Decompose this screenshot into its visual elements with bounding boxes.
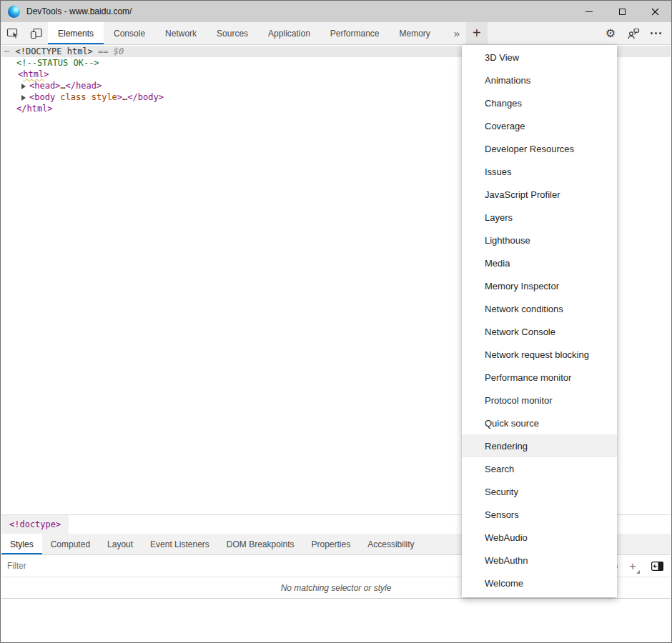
menu-item-security[interactable]: Security (462, 480, 617, 503)
menu-item-rendering[interactable]: Rendering (462, 434, 617, 457)
menu-item-changes[interactable]: Changes (462, 91, 617, 114)
tab-elements[interactable]: Elements (48, 22, 104, 44)
tab-elements-label: Elements (58, 29, 94, 39)
inspect-cursor-icon (6, 27, 19, 39)
tab-accessibility[interactable]: Accessibility (359, 534, 423, 554)
more-tools-button[interactable]: + (466, 22, 488, 44)
menu-item-lighthouse[interactable]: Lighthouse (462, 229, 617, 251)
window-title: DevTools - www.baidu.com/ (26, 6, 132, 16)
device-toolbar-icon (30, 27, 43, 39)
menu-item-developer-resources[interactable]: Developer Resources (462, 137, 617, 160)
body-attr-style: style (92, 92, 117, 102)
menu-item-network-conditions[interactable]: Network conditions (462, 297, 617, 320)
devtools-toolbar: Elements Console Network Sources Applica… (1, 22, 671, 45)
settings-button[interactable]: ⚙ (606, 27, 616, 40)
tab-sources[interactable]: Sources (207, 22, 258, 44)
breadcrumb-item-doctype[interactable]: <!doctype> (1, 515, 69, 534)
empty-message-text: No matching selector or style (281, 583, 392, 593)
menu-item-webaudio[interactable]: WebAudio (462, 526, 617, 549)
body-open-tag: <body (29, 92, 60, 102)
menu-item-javascript-profiler[interactable]: JavaScript Profiler (462, 183, 617, 206)
tab-accessibility-label: Accessibility (367, 539, 414, 549)
head-close-tag: </head> (66, 81, 102, 91)
menu-item-quick-source[interactable]: Quick source (462, 412, 617, 434)
toggle-sidebar-icon[interactable] (651, 562, 663, 571)
gear-icon: ⚙ (606, 26, 616, 40)
body-open-bracket-end: > (117, 92, 122, 102)
device-emulation-button[interactable] (24, 22, 48, 44)
expand-triangle-icon[interactable] (21, 84, 26, 89)
menu-item-memory-inspector[interactable]: Memory Inspector (462, 274, 617, 297)
menu-item-network-console[interactable]: Network Console (462, 320, 617, 343)
plus-icon: + (629, 559, 636, 573)
new-style-rule-button[interactable]: + (629, 560, 640, 572)
tab-properties[interactable]: Properties (303, 534, 360, 554)
close-icon (651, 8, 659, 16)
head-ellipsis: … (60, 81, 65, 91)
tab-memory[interactable]: Memory (390, 22, 440, 44)
comment-text: <!--STATUS OK--> (16, 58, 99, 68)
doctype-text: <!DOCTYPE html> (15, 46, 92, 56)
feedback-icon (626, 28, 640, 39)
toolbar-right-icons: ⚙ (606, 22, 671, 44)
menu-item-webauthn[interactable]: WebAuthn (462, 549, 617, 572)
html-tag-name: html (23, 69, 44, 79)
tab-memory-label: Memory (400, 29, 430, 39)
tab-layout[interactable]: Layout (99, 534, 142, 554)
styles-filter-input[interactable] (7, 561, 222, 571)
edge-logo-icon (8, 6, 20, 18)
more-tabs-button[interactable]: » (448, 22, 466, 44)
menu-item-sensors[interactable]: Sensors (462, 503, 617, 526)
tab-event-listeners-label: Event Listeners (150, 539, 209, 549)
body-close-tag: </body> (127, 92, 164, 102)
menu-item-performance-monitor[interactable]: Performance monitor (462, 366, 617, 389)
menu-item-network-request-blocking[interactable]: Network request blocking (462, 343, 617, 366)
expand-triangle-icon[interactable] (21, 95, 26, 101)
tab-performance[interactable]: Performance (320, 22, 390, 44)
tab-styles[interactable]: Styles (1, 534, 42, 554)
menu-item-animations[interactable]: Animations (462, 69, 617, 91)
plus-icon: + (473, 25, 481, 41)
menu-item-layers[interactable]: Layers (462, 206, 617, 229)
menu-item-3d-view[interactable]: 3D View (462, 46, 617, 69)
tab-computed[interactable]: Computed (42, 534, 99, 554)
menu-item-media[interactable]: Media (462, 251, 617, 274)
close-button[interactable] (638, 1, 671, 22)
feedback-button[interactable] (626, 28, 640, 39)
tab-dom-breakpoints-label: DOM Breakpoints (227, 539, 295, 549)
menu-item-welcome[interactable]: Welcome (462, 572, 617, 594)
inspect-element-button[interactable] (1, 22, 24, 44)
double-chevron-icon: » (454, 27, 460, 39)
tab-application[interactable]: Application (258, 22, 320, 44)
maximize-button[interactable] (606, 1, 638, 22)
attr-space (86, 92, 91, 102)
menu-item-protocol-monitor[interactable]: Protocol monitor (462, 389, 617, 412)
styles-pane-body (1, 599, 671, 642)
html-close-bracket: > (44, 69, 49, 79)
body-attr-class: class (60, 92, 86, 102)
tab-event-listeners[interactable]: Event Listeners (142, 534, 218, 554)
tab-layout-label: Layout (107, 539, 133, 549)
selector-ref: == $0 (98, 46, 124, 56)
minimize-icon (585, 11, 593, 12)
tab-network-label: Network (165, 29, 197, 39)
customize-menu-button[interactable] (651, 32, 661, 34)
minimize-button[interactable] (573, 1, 606, 22)
styles-filter-controls: s + (613, 560, 663, 572)
devtools-window: DevTools - www.baidu.com/ Elements (0, 0, 672, 643)
tab-network[interactable]: Network (155, 22, 207, 44)
tab-console[interactable]: Console (104, 22, 155, 44)
menu-item-coverage[interactable]: Coverage (462, 114, 617, 137)
tab-properties-label: Properties (312, 539, 351, 549)
tab-performance-label: Performance (330, 29, 380, 39)
menu-item-search[interactable]: Search (462, 457, 617, 480)
node-menu-dots-icon[interactable]: ⋯ (4, 46, 10, 56)
tab-console-label: Console (114, 29, 145, 39)
html-close-tag: </html> (16, 104, 53, 114)
three-dots-icon (651, 32, 661, 34)
head-open-tag: <head> (29, 81, 60, 91)
tab-dom-breakpoints[interactable]: DOM Breakpoints (218, 534, 303, 554)
tab-sources-label: Sources (217, 29, 248, 39)
menu-item-issues[interactable]: Issues (462, 160, 617, 183)
more-tools-menu: 3D View Animations Changes Coverage Deve… (462, 45, 617, 597)
